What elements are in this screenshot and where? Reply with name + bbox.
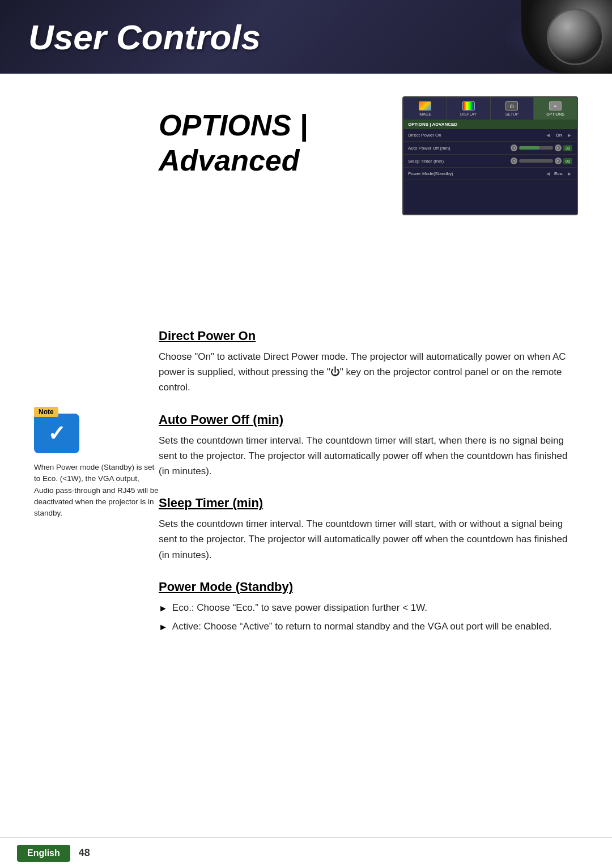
bullet-active: ► Active: Choose “Active” to return to n… bbox=[159, 619, 578, 635]
sleep-slider-bar bbox=[519, 159, 553, 163]
note-column: Note ✓ When Power mode (Standby) is set … bbox=[34, 96, 159, 652]
auto-power-off-slider: 30 bbox=[511, 144, 572, 151]
menu-row-direct-power-on-value: On bbox=[553, 133, 564, 138]
bullet-arrow-eco: ► bbox=[159, 601, 168, 616]
menu-tab-options: ≡ OPTIONS bbox=[534, 97, 577, 120]
note-label-badge: Note bbox=[34, 407, 58, 417]
menu-row-sleep-timer-label: Sleep Timer (min) bbox=[408, 159, 511, 164]
section-direct-power-on: Direct Power On Choose "On" to activate … bbox=[159, 329, 578, 395]
options-heading-line2: Advanced bbox=[159, 143, 402, 178]
power-mode-right-arrow: ► bbox=[567, 171, 572, 177]
section-auto-power-off: Auto Power Off (min) Sets the countdown … bbox=[159, 412, 578, 479]
options-tab-icon: ≡ bbox=[549, 101, 562, 111]
note-checkmark-icon: ✓ bbox=[48, 421, 66, 446]
note-text: When Power mode (Standby) is set to Eco.… bbox=[34, 462, 159, 519]
content-wrapper: Note ✓ When Power mode (Standby) is set … bbox=[34, 96, 578, 652]
menu-row-auto-power-off-label: Auto Power Off (min) bbox=[408, 146, 511, 151]
section-auto-power-off-body: Sets the countdown timer interval. The c… bbox=[159, 433, 578, 479]
sections-container: Direct Power On Choose "On" to activate … bbox=[159, 329, 578, 635]
slider-left-icon bbox=[511, 144, 517, 151]
menu-row-sleep-timer: Sleep Timer (min) 00 bbox=[403, 155, 577, 168]
menu-empty-space bbox=[403, 180, 577, 214]
display-icon bbox=[462, 101, 475, 110]
menu-tab-image: IMAGE bbox=[403, 97, 447, 120]
section-direct-power-on-title: Direct Power On bbox=[159, 329, 578, 343]
footer-language: English bbox=[17, 845, 70, 862]
top-area: OPTIONS | Advanced IMAGE bbox=[159, 96, 578, 215]
left-arrow-icon: ◄ bbox=[545, 132, 551, 138]
options-icon: ≡ bbox=[549, 101, 562, 110]
menu-tab-display-label: DISPLAY bbox=[460, 112, 477, 116]
sleep-timer-value: 00 bbox=[563, 158, 572, 164]
setup-icon: ⊙ bbox=[505, 101, 518, 110]
page-title: User Controls bbox=[28, 17, 261, 57]
menu-tab-setup-label: SETUP bbox=[505, 112, 518, 116]
menu-tab-image-label: IMAGE bbox=[419, 112, 432, 116]
note-area: Note ✓ When Power mode (Standby) is set … bbox=[34, 414, 159, 519]
sleep-slider-right-icon bbox=[555, 158, 562, 164]
section-power-mode-title: Power Mode (Standby) bbox=[159, 580, 578, 594]
power-mode-left-arrow: ◄ bbox=[545, 171, 551, 177]
menu-row-direct-power-on: Direct Power On ◄ On ► bbox=[403, 129, 577, 142]
menu-row-power-mode-label: Power Mode(Standby) bbox=[408, 171, 545, 176]
slider-bar bbox=[519, 146, 553, 150]
section-power-mode: Power Mode (Standby) ► Eco.: Choose “Eco… bbox=[159, 580, 578, 635]
right-arrow-icon: ► bbox=[567, 132, 572, 138]
bullet-arrow-active: ► bbox=[159, 620, 168, 635]
auto-power-off-value: 30 bbox=[563, 145, 572, 151]
options-heading-line1: OPTIONS | bbox=[159, 108, 402, 143]
menu-row-direct-power-on-label: Direct Power On bbox=[408, 133, 545, 138]
menu-tab-display: DISPLAY bbox=[447, 97, 491, 120]
lens-decoration bbox=[521, 0, 612, 74]
footer-page-number: 48 bbox=[79, 847, 90, 859]
section-sleep-timer: Sleep Timer (min) Sets the countdown tim… bbox=[159, 496, 578, 563]
note-box: Note ✓ bbox=[34, 414, 79, 453]
display-tab-icon bbox=[462, 101, 475, 111]
image-tab-icon bbox=[418, 101, 432, 111]
main-content: Note ✓ When Power mode (Standby) is set … bbox=[0, 74, 612, 674]
menu-row-power-mode-value: Eco. bbox=[553, 171, 564, 176]
page-header: User Controls bbox=[0, 0, 612, 74]
section-sleep-timer-body: Sets the countdown timer interval. The c… bbox=[159, 516, 578, 563]
menu-row-auto-power-off: Auto Power Off (min) 30 bbox=[403, 142, 577, 155]
section-sleep-timer-title: Sleep Timer (min) bbox=[159, 496, 578, 510]
section-auto-power-off-title: Auto Power Off (min) bbox=[159, 412, 578, 427]
footer: English 48 bbox=[0, 837, 612, 868]
title-area: OPTIONS | Advanced bbox=[159, 96, 402, 178]
options-heading: OPTIONS | Advanced bbox=[159, 108, 402, 178]
image-icon bbox=[419, 101, 431, 110]
main-column: OPTIONS | Advanced IMAGE bbox=[159, 96, 578, 652]
menu-tab-setup: ⊙ SETUP bbox=[491, 97, 534, 120]
section-power-mode-body: ► Eco.: Choose “Eco.” to save power diss… bbox=[159, 600, 578, 635]
slider-right-icon bbox=[555, 144, 562, 151]
menu-tabs: IMAGE DISPLAY ⊙ SETUP bbox=[403, 97, 577, 120]
bullet-eco: ► Eco.: Choose “Eco.” to save power diss… bbox=[159, 600, 578, 616]
sleep-timer-slider: 00 bbox=[511, 158, 572, 164]
menu-row-power-mode: Power Mode(Standby) ◄ Eco. ► bbox=[403, 168, 577, 180]
setup-tab-icon: ⊙ bbox=[505, 101, 518, 111]
menu-section-header: OPTIONS | ADVANCED bbox=[403, 120, 577, 129]
bullet-eco-text: Eco.: Choose “Eco.” to save power dissip… bbox=[172, 600, 427, 615]
sleep-slider-left-icon bbox=[511, 158, 517, 164]
slider-fill bbox=[519, 146, 539, 150]
section-direct-power-on-body: Choose "On" to activate Direct Power mod… bbox=[159, 349, 578, 395]
lens-inner bbox=[547, 8, 604, 65]
bullet-active-text: Active: Choose “Active” to return to nor… bbox=[172, 619, 552, 634]
menu-tab-options-label: OPTIONS bbox=[546, 112, 564, 116]
menu-screenshot: IMAGE DISPLAY ⊙ SETUP bbox=[402, 96, 578, 215]
